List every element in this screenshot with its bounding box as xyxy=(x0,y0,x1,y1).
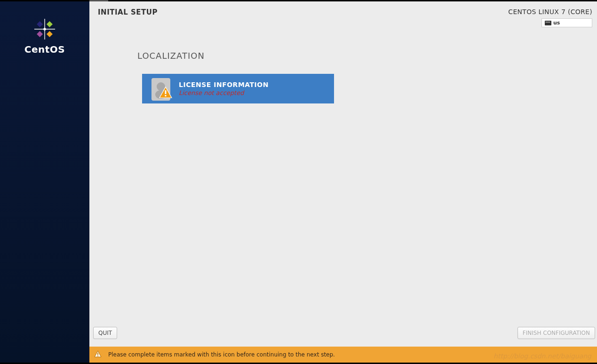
quit-button[interactable]: QUIT xyxy=(93,327,117,339)
svg-rect-2 xyxy=(37,31,43,37)
distro-label: CENTOS LINUX 7 (CORE) xyxy=(508,8,592,16)
svg-rect-10 xyxy=(165,90,167,94)
sidebar: CentOS xyxy=(0,1,89,363)
spoke-license-information[interactable]: LICENSE INFORMATION License not accepted xyxy=(142,74,334,103)
brand-text: CentOS xyxy=(24,44,65,55)
svg-rect-12 xyxy=(97,353,98,355)
svg-point-8 xyxy=(157,82,165,91)
svg-rect-11 xyxy=(165,95,167,96)
centos-logo: CentOS xyxy=(24,18,65,55)
keyboard-icon xyxy=(545,21,551,25)
keyboard-layout-indicator[interactable]: us xyxy=(541,18,592,27)
spoke-status: License not accepted xyxy=(179,89,269,96)
main-content: INITIAL SETUP CENTOS LINUX 7 (CORE) us L… xyxy=(89,1,597,363)
watermark-text: http://blog.csdn.net/baiguang xyxy=(494,352,591,360)
svg-point-6 xyxy=(43,28,46,31)
centos-icon xyxy=(34,18,56,40)
svg-rect-1 xyxy=(47,31,53,37)
warning-bar: Please complete items marked with this i… xyxy=(89,347,597,363)
page-title: INITIAL SETUP xyxy=(98,8,158,16)
keyboard-layout-text: us xyxy=(553,20,560,26)
warning-message: Please complete items marked with this i… xyxy=(108,351,335,358)
section-title-localization: LOCALIZATION xyxy=(137,51,597,61)
spoke-title: LICENSE INFORMATION xyxy=(179,81,269,88)
license-icon xyxy=(149,77,175,101)
warning-icon xyxy=(94,350,102,359)
svg-rect-13 xyxy=(97,356,98,356)
finish-configuration-button: FINISH CONFIGURATION xyxy=(517,327,595,339)
svg-rect-3 xyxy=(37,21,43,27)
svg-rect-0 xyxy=(47,21,53,27)
